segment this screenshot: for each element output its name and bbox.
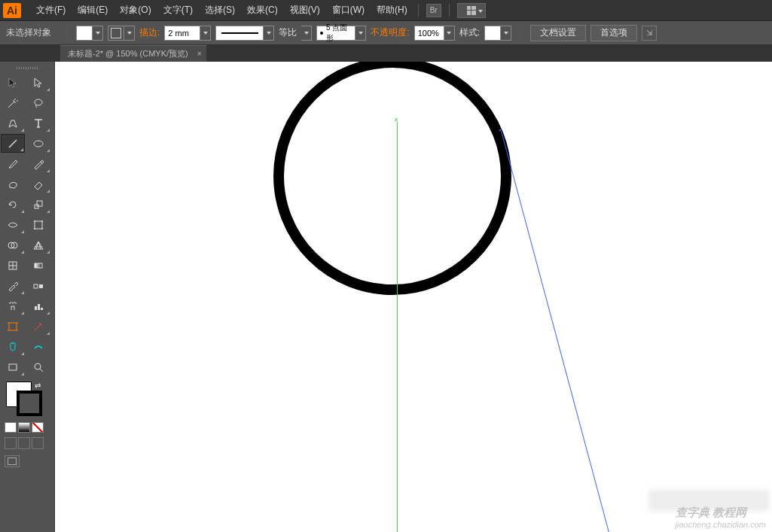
scale-tool[interactable] [26,195,50,214]
column-graph-tool[interactable] [26,296,50,315]
gradient-tool[interactable] [26,256,50,275]
opacity-label: 不透明度: [371,26,409,39]
ellipse-tool[interactable] [26,134,50,153]
shape-builder-tool[interactable] [1,236,25,254]
fill-stroke-colors[interactable]: ⇄ [3,382,42,416]
color-solid-button[interactable] [5,422,17,433]
canvas[interactable]: × D: 323.82 pt 252° 查字典 教程网 jiaocheng.ch… [55,62,772,532]
drawing-line-preview [501,131,613,532]
separator [520,26,521,40]
menu-type[interactable]: 文字(T) [157,4,199,17]
svg-rect-19 [9,323,17,330]
stroke-dropdown[interactable] [124,26,135,41]
free-transform-tool[interactable] [26,215,50,234]
menu-select[interactable]: 选择(S) [199,4,241,17]
eraser-tool[interactable] [26,175,50,193]
svg-point-2 [34,141,43,147]
graphic-style-dropdown[interactable] [501,26,511,41]
opacity-input[interactable]: 100% [414,26,444,41]
toolbox-grip[interactable] [0,65,54,71]
svg-rect-5 [35,221,42,229]
blob-brush-tool[interactable] [1,175,25,193]
svg-point-21 [35,363,41,369]
color-none-button[interactable] [32,422,44,433]
fill-swatch[interactable] [76,26,93,41]
screen-mode-button[interactable] [5,455,20,467]
document-tab-bar: 未标题-2* @ 150% (CMYK/预览) × [0,45,772,62]
stroke-uniform-label: 等比 [279,26,297,39]
slice-tool[interactable] [26,317,50,336]
menu-help[interactable]: 帮助(H) [371,4,413,17]
graphic-style-swatch[interactable] [484,26,501,41]
stroke-swatch[interactable] [108,26,124,41]
draw-inside-button[interactable] [32,437,44,449]
color-mode-row [5,422,50,433]
grid-icon [467,6,476,15]
document-setup-button[interactable]: 文档设置 [530,25,586,41]
svg-rect-16 [35,306,37,310]
svg-point-6 [34,220,35,222]
mesh-tool[interactable] [1,256,25,275]
fill-dropdown[interactable] [93,26,103,41]
width-tool[interactable] [1,215,25,234]
stroke-color-swatch[interactable] [17,391,42,416]
pencil-tool[interactable] [26,154,50,173]
eyedropper-tool[interactable] [1,276,25,295]
line-segment-tool[interactable] [1,134,25,153]
svg-point-0 [35,99,42,105]
menu-view[interactable]: 视图(V) [284,4,326,17]
preferences-button[interactable]: 首选项 [590,25,637,41]
uniform-dropdown[interactable] [301,26,312,41]
perspective-grid-tool[interactable] [26,236,50,254]
rotate-tool[interactable] [1,195,25,214]
type-tool[interactable] [26,114,50,132]
draw-behind-button[interactable] [18,437,30,449]
profile-text: 5 点圆形 [326,23,352,44]
svg-rect-17 [38,304,40,310]
separator [449,4,450,17]
document-tab[interactable]: 未标题-2* @ 150% (CMYK/预览) × [60,45,206,62]
svg-rect-13 [35,263,42,268]
zoom-tool[interactable] [26,337,50,356]
bridge-icon[interactable]: Br [426,4,441,17]
draw-normal-button[interactable] [5,437,17,449]
symbol-sprayer-tool[interactable] [1,296,25,315]
menu-effect[interactable]: 效果(C) [241,4,284,17]
hand-tool[interactable] [1,337,25,356]
control-bar: 未选择对象 描边: 2 mm 等比 5 点圆形 不透明度: 100% 样式: 文… [0,21,772,45]
brush-profile-picker[interactable]: 5 点圆形 [316,26,355,41]
arrange-docs-dropdown[interactable] [457,3,486,18]
menu-object[interactable]: 对象(O) [114,4,157,17]
swap-colors-icon[interactable]: ⇄ [35,382,41,390]
artboard-tool[interactable] [1,317,25,336]
app-logo-icon: Ai [3,3,21,18]
svg-point-8 [34,228,35,230]
stroke-style-dropdown[interactable] [264,26,274,41]
svg-rect-14 [34,284,38,288]
selection-status: 未选择对象 [6,26,51,39]
toolbox: ⇄ [0,62,55,532]
artboard-nav-tool[interactable] [1,357,25,376]
menu-edit[interactable]: 编辑(E) [72,4,114,17]
svg-rect-15 [39,284,43,288]
svg-line-22 [40,369,43,372]
blend-tool[interactable] [26,276,50,295]
stroke-weight-dropdown[interactable] [200,26,211,41]
stroke-style-picker[interactable] [215,26,264,41]
stroke-weight-input[interactable]: 2 mm [164,26,200,41]
menu-file[interactable]: 文件(F) [30,4,72,17]
magic-wand-tool[interactable] [1,93,25,112]
close-tab-icon[interactable]: × [197,50,202,58]
separator [66,26,67,40]
paintbrush-tool[interactable] [1,154,25,173]
color-gradient-button[interactable] [18,422,30,433]
brush-profile-dropdown[interactable] [355,26,366,41]
transform-panel-icon[interactable]: ⇲ [642,26,657,41]
selection-tool[interactable] [1,73,25,92]
lasso-tool[interactable] [26,93,50,112]
direct-selection-tool[interactable] [26,73,50,92]
menu-window[interactable]: 窗口(W) [326,4,371,17]
pen-tool[interactable] [1,114,25,132]
magnify-tool[interactable] [26,357,50,376]
opacity-dropdown[interactable] [444,26,455,41]
